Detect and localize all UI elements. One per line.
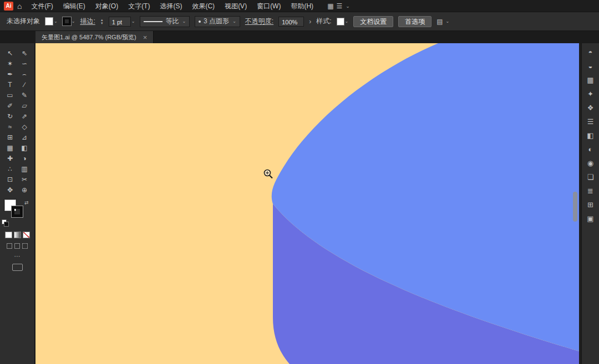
chevron-down-icon[interactable]: ⌄: [54, 19, 58, 24]
panel-stroke-icon[interactable]: ☰: [584, 117, 597, 126]
magic-wand-tool[interactable]: ✶: [3, 58, 17, 69]
slice-tool[interactable]: ✂: [17, 174, 32, 184]
default-fill-stroke-icon[interactable]: [2, 219, 8, 226]
document-tab[interactable]: 矢量图1.ai @ 5487.7% (RGB/预览) ×: [35, 31, 154, 43]
change-screen-mode-icon[interactable]: [12, 264, 23, 271]
mesh-tool[interactable]: ▦: [3, 142, 17, 153]
hand-tool[interactable]: ✥: [3, 184, 17, 195]
stroke-color-swatch[interactable]: [63, 17, 71, 25]
panel-brushes-icon[interactable]: ✦: [584, 89, 597, 99]
no-selection-label: 未选择对象: [7, 17, 40, 26]
chevron-down-icon[interactable]: ⌄: [346, 3, 350, 9]
gradient-button[interactable]: [14, 232, 21, 238]
scale-tool[interactable]: ⇗: [17, 111, 32, 121]
arrange-documents-icon[interactable]: ▦: [327, 2, 333, 10]
menu-select[interactable]: 选择(S): [155, 0, 187, 12]
rectangle-tool[interactable]: ▭: [3, 90, 17, 100]
close-icon[interactable]: ×: [143, 33, 148, 42]
panel-graphic-styles-icon[interactable]: ❏: [584, 172, 597, 182]
panel-artboards-icon[interactable]: ⊞: [584, 200, 597, 209]
curvature-tool[interactable]: ⌢: [17, 69, 32, 79]
pen-tool[interactable]: ✒: [3, 69, 17, 79]
preferences-button[interactable]: 首选项: [398, 16, 432, 27]
direct-selection-tool[interactable]: ⇖: [17, 48, 32, 58]
control-panel-menu-icon[interactable]: ▤: [436, 18, 443, 25]
panel-layers-icon[interactable]: ≣: [584, 186, 597, 196]
selection-tool[interactable]: ↖: [3, 48, 17, 58]
artboard-tool[interactable]: ⊡: [3, 174, 17, 184]
panel-color-guide-icon[interactable]: ◒: [584, 61, 597, 71]
stroke-weight-input[interactable]: 1 pt: [109, 17, 131, 27]
free-transform-tool[interactable]: ◇: [17, 121, 32, 132]
chevron-down-icon[interactable]: ⌄: [446, 19, 450, 24]
stroke-proxy-swatch[interactable]: [12, 206, 23, 217]
blend-tool[interactable]: ◑: [17, 153, 32, 163]
stroke-weight-stepper[interactable]: ▲ ▼: [100, 18, 104, 25]
rotate-tool[interactable]: ↻: [3, 111, 17, 121]
menu-effect[interactable]: 效果(C): [187, 0, 220, 12]
menu-bar: Ai ⌂ 文件(F)编辑(E)对象(O)文字(T)选择(S)效果(C)视图(V)…: [0, 0, 599, 12]
style-swatch[interactable]: [337, 18, 344, 25]
panel-symbols-icon[interactable]: ❖: [584, 103, 597, 112]
chevron-down-icon[interactable]: ⌄: [345, 19, 349, 24]
menu-file[interactable]: 文件(F): [26, 0, 58, 12]
panel-appearance-icon[interactable]: ◉: [584, 158, 597, 168]
tools-grid: ↖⇖✶∽✒⌢T∕▭✎✐▱↻⇗≈◇⊞⊿▦◧✚◑∴▥⊡✂✥⊕: [0, 43, 34, 195]
panel-gradient-icon[interactable]: ◧: [584, 131, 597, 140]
artboard: [35, 43, 579, 364]
symbol-sprayer-tool[interactable]: ∴: [3, 163, 17, 174]
menu-type[interactable]: 文字(T): [123, 0, 155, 12]
menu-edit[interactable]: 编辑(E): [58, 0, 90, 12]
document-tab-bar: 矢量图1.ai @ 5487.7% (RGB/预览) ×: [0, 31, 599, 43]
pencil-tool[interactable]: ✐: [3, 100, 17, 111]
canvas[interactable]: [35, 43, 579, 364]
home-icon[interactable]: ⌂: [17, 2, 22, 11]
paintbrush-tool[interactable]: ✎: [17, 90, 32, 100]
perspective-grid-tool[interactable]: ⊿: [17, 132, 32, 142]
opacity-panel-arrow-icon[interactable]: ›: [309, 18, 311, 25]
menu-view[interactable]: 视图(V): [220, 0, 252, 12]
chevron-down-icon[interactable]: ⌄: [72, 19, 75, 24]
none-button[interactable]: [23, 232, 30, 238]
panel-swatches-icon[interactable]: ▦: [584, 75, 597, 85]
lasso-tool[interactable]: ∽: [17, 58, 32, 69]
eyedropper-tool[interactable]: ✚: [3, 153, 17, 163]
zoom-tool[interactable]: ⊕: [17, 184, 32, 195]
panel-libraries-icon[interactable]: ▣: [584, 214, 597, 223]
opacity-label[interactable]: 不透明度:: [245, 17, 273, 26]
width-profile-dropdown[interactable]: 等比 ⌄: [140, 16, 190, 27]
stroke-profile-preview: [144, 21, 163, 22]
eraser-tool[interactable]: ▱: [17, 100, 32, 111]
menu-window[interactable]: 窗口(W): [252, 0, 286, 12]
column-graph-tool[interactable]: ▥: [17, 163, 32, 174]
type-tool[interactable]: T: [3, 79, 17, 90]
menu-help[interactable]: 帮助(H): [286, 0, 318, 12]
edit-toolbar-ellipsis-icon[interactable]: ⋯: [0, 253, 34, 260]
drawing-mode-buttons: [0, 243, 34, 249]
gradient-tool[interactable]: ◧: [17, 142, 32, 153]
opacity-input[interactable]: 100%: [278, 17, 304, 27]
shape-builder-tool[interactable]: ⊞: [3, 132, 17, 142]
document-setup-button[interactable]: 文档设置: [353, 16, 393, 27]
color-button[interactable]: [5, 232, 12, 238]
tools-panel: ↖⇖✶∽✒⌢T∕▭✎✐▱↻⇗≈◇⊞⊿▦◧✚◑∴▥⊡✂✥⊕ ⇄ ⋯: [0, 43, 35, 364]
draw-normal-icon[interactable]: [7, 243, 12, 249]
line-segment-tool[interactable]: ∕: [17, 79, 32, 90]
stepper-down-icon[interactable]: ▼: [100, 22, 104, 25]
draw-inside-icon[interactable]: [22, 243, 28, 249]
stroke-label[interactable]: 描边:: [80, 17, 95, 26]
panel-color-icon[interactable]: ◓: [584, 48, 597, 57]
panel-dock: ◓◒▦✦❖☰◧◐◉❏≣⊞▣: [581, 43, 599, 364]
brush-definition-label: 3 点圆形: [204, 17, 229, 26]
chevron-down-icon[interactable]: ⌄: [131, 19, 135, 24]
panel-transparency-icon[interactable]: ◐: [584, 145, 597, 154]
draw-behind-icon[interactable]: [14, 243, 20, 249]
brush-definition-dropdown[interactable]: 3 点圆形 ⌄: [195, 16, 240, 27]
swap-fill-stroke-icon[interactable]: ⇄: [24, 200, 29, 206]
vertical-scrollbar-thumb[interactable]: [573, 192, 577, 222]
menu-object[interactable]: 对象(O): [90, 0, 123, 12]
fill-color-swatch[interactable]: [45, 17, 53, 25]
width-tool[interactable]: ≈: [3, 121, 17, 132]
menu-list: 文件(F)编辑(E)对象(O)文字(T)选择(S)效果(C)视图(V)窗口(W)…: [26, 0, 318, 12]
workspace-switcher-icon[interactable]: ☰: [336, 2, 342, 10]
